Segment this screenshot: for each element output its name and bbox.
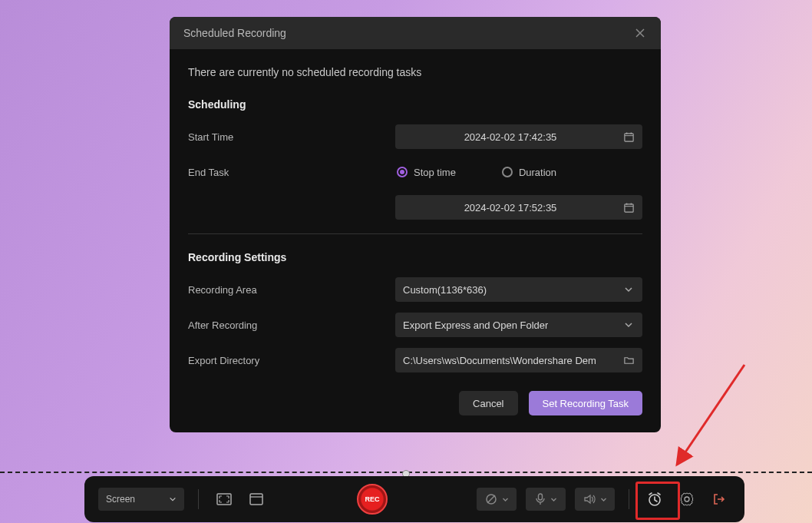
toolbar-separator — [629, 489, 629, 509]
after-recording-row: After Recording Export Express and Open … — [188, 313, 642, 337]
chevron-down-icon — [622, 319, 635, 331]
svg-rect-4 — [624, 204, 632, 211]
after-recording-select[interactable]: Export Express and Open Folder — [395, 313, 642, 337]
webcam-off-icon — [485, 493, 497, 505]
start-time-input[interactable]: 2024-02-02 17:42:35 — [395, 124, 642, 149]
exit-icon — [712, 492, 726, 506]
folder-icon[interactable] — [622, 354, 635, 366]
screen-label: Screen — [106, 494, 135, 505]
chevron-down-icon — [600, 496, 607, 503]
stop-time-radio[interactable]: Stop time — [397, 167, 456, 178]
settings-button[interactable] — [675, 488, 698, 511]
record-button[interactable]: REC — [357, 484, 388, 515]
microphone-select[interactable] — [526, 488, 566, 511]
svg-point-15 — [685, 497, 689, 501]
svg-line-12 — [487, 495, 495, 503]
chevron-down-icon — [169, 495, 177, 503]
end-task-row: End Task Stop time Duration — [188, 160, 642, 184]
after-recording-label: After Recording — [188, 319, 395, 331]
toolbar-separator — [198, 489, 199, 509]
window-icon — [249, 493, 263, 505]
gear-icon — [680, 492, 694, 506]
export-directory-row: Export Directory C:\Users\ws\Documents\W… — [188, 348, 642, 372]
chevron-down-icon — [502, 496, 509, 503]
exit-button[interactable] — [708, 488, 731, 511]
dialog-title: Scheduled Recording — [183, 27, 286, 39]
end-time-value: 2024-02-02 17:52:35 — [464, 202, 557, 214]
speaker-icon — [583, 494, 596, 505]
fullscreen-area-button[interactable] — [213, 488, 236, 511]
scheduled-recording-dialog: Scheduled Recording There are currently … — [170, 17, 661, 432]
stop-time-radio-label: Stop time — [414, 167, 456, 178]
svg-line-16 — [677, 365, 744, 465]
cancel-button[interactable]: Cancel — [459, 391, 517, 415]
after-recording-value: Export Express and Open Folder — [403, 319, 548, 331]
microphone-icon — [535, 493, 546, 505]
section-divider — [188, 233, 642, 234]
radio-unselected-icon — [502, 167, 513, 177]
set-recording-task-button[interactable]: Set Recording Task — [529, 391, 643, 415]
svg-rect-0 — [624, 133, 632, 141]
chevron-down-icon — [550, 496, 557, 503]
rec-label: REC — [365, 495, 379, 503]
dialog-header: Scheduled Recording — [170, 17, 661, 49]
svg-rect-13 — [538, 494, 542, 500]
recording-area-value: Custom(1136*636) — [403, 284, 487, 296]
scheduled-recording-button[interactable] — [643, 488, 666, 511]
chevron-down-icon — [622, 283, 635, 296]
dialog-actions: Cancel Set Recording Task — [188, 391, 642, 415]
screen-select[interactable]: Screen — [98, 488, 184, 511]
system-audio-select[interactable] — [575, 488, 615, 511]
start-time-value: 2024-02-02 17:42:35 — [464, 131, 557, 143]
start-time-row: Start Time 2024-02-02 17:42:35 — [188, 124, 642, 149]
svg-rect-8 — [217, 494, 231, 505]
recording-area-label: Recording Area — [188, 284, 395, 296]
export-directory-value: C:\Users\ws\Documents\Wondershare Dem — [403, 355, 596, 366]
radio-selected-icon — [397, 167, 408, 177]
recording-toolbar: Screen REC — [84, 476, 744, 522]
start-time-label: Start Time — [188, 131, 395, 143]
fullscreen-icon — [216, 493, 232, 505]
end-task-label: End Task — [188, 167, 395, 178]
export-directory-label: Export Directory — [188, 355, 395, 366]
recording-settings-section-title: Recording Settings — [188, 251, 642, 263]
empty-tasks-message: There are currently no scheduled recordi… — [188, 66, 642, 78]
svg-rect-9 — [250, 494, 262, 505]
scheduling-section-title: Scheduling — [188, 98, 642, 111]
end-task-radio-group: Stop time Duration — [395, 160, 642, 184]
annotation-arrow — [660, 357, 760, 495]
recording-area-select[interactable]: Custom(1136*636) — [395, 277, 642, 302]
duration-radio-label: Duration — [519, 167, 556, 178]
alarm-clock-icon — [647, 492, 662, 507]
window-area-button[interactable] — [245, 488, 268, 511]
recording-area-row: Recording Area Custom(1136*636) — [188, 277, 642, 302]
webcam-select[interactable] — [477, 488, 517, 511]
close-button[interactable] — [633, 26, 647, 40]
duration-radio[interactable]: Duration — [502, 167, 556, 178]
close-icon — [635, 28, 645, 38]
end-time-row: 2024-02-02 17:52:35 — [188, 195, 642, 220]
calendar-icon[interactable] — [622, 201, 635, 214]
end-time-input[interactable]: 2024-02-02 17:52:35 — [395, 195, 642, 220]
calendar-icon[interactable] — [622, 131, 635, 143]
export-directory-input[interactable]: C:\Users\ws\Documents\Wondershare Dem — [395, 348, 642, 372]
dialog-body: There are currently no scheduled recordi… — [170, 49, 661, 432]
